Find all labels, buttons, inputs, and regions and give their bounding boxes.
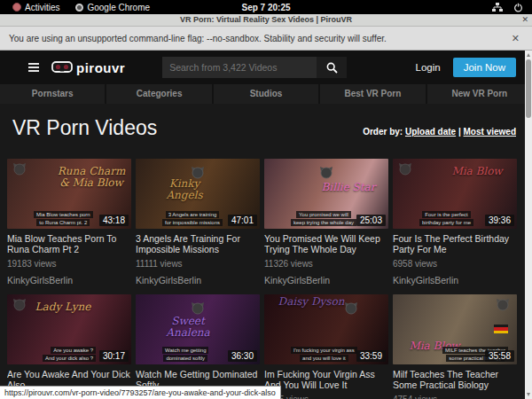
- video-views: 11326 views: [264, 259, 388, 269]
- video-thumbnail[interactable]: Lady Lyne Are you awake ?And your dick a…: [7, 294, 131, 364]
- thumbnail-overlay-text: Kinky Angels: [150, 178, 219, 200]
- search-bar: [162, 57, 347, 78]
- studio-watermark-icon: [344, 301, 358, 316]
- site-logo[interactable]: pirouvr: [51, 60, 125, 75]
- order-upload-date-link[interactable]: Upload date: [405, 127, 456, 137]
- login-link[interactable]: Login: [416, 62, 441, 73]
- thumbnail-overlay-text: Lady Lyne: [28, 301, 98, 313]
- duration-badge: 35:58: [485, 350, 514, 362]
- nav-item-studios[interactable]: Studios: [214, 84, 320, 104]
- duration-badge: 25:03: [356, 215, 386, 226]
- video-studio-link[interactable]: KinkyGirlsBerlin: [393, 275, 517, 286]
- video-thumbnail[interactable]: Runa Charm & Mia Blow Mia Blow teaches p…: [7, 159, 131, 229]
- duration-badge: 33:59: [356, 350, 386, 362]
- gnome-top-bar: Activities Google Chrome Sep 7 20:25: [0, 0, 532, 14]
- thumbnail-caption: Are you awake ?And your dick also ?: [43, 347, 96, 362]
- video-card[interactable]: Daisy Dyson I'm fucking your virgin assa…: [264, 294, 388, 399]
- window-close-icon[interactable]: ✕: [521, 15, 528, 24]
- video-card[interactable]: Runa Charm & Mia Blow Mia Blow teaches p…: [7, 159, 131, 286]
- page-title: VR Porn Videos: [7, 116, 157, 140]
- menu-icon[interactable]: [28, 63, 39, 72]
- search-icon: [326, 62, 338, 74]
- chrome-infobar: You are using an unsupported command-lin…: [0, 27, 532, 51]
- nav-item-categories[interactable]: Categories: [106, 84, 213, 104]
- video-thumbnail[interactable]: Daisy Dyson I'm fucking your virgin assa…: [264, 294, 388, 364]
- studio-watermark-icon: [319, 166, 333, 180]
- studio-watermark-icon: [496, 298, 510, 312]
- studio-watermark-icon: [191, 301, 205, 316]
- order-by-label: Order by:: [363, 127, 403, 137]
- duration-badge: 47:01: [228, 215, 257, 226]
- site-header: pirouvr Login Join Now: [0, 51, 532, 84]
- order-most-viewed-link[interactable]: Most viewed: [464, 127, 516, 137]
- thumbnail-overlay-text: Mia Blow: [442, 166, 512, 177]
- thumbnail-overlay-text: Daisy Dyson: [277, 296, 346, 308]
- tab-title: VR Porn: Virtual Reality Sex Videos | Pi…: [0, 15, 532, 24]
- clock[interactable]: Sep 7 20:25: [0, 3, 532, 12]
- video-card[interactable]: Mia Blow MILF teaches the teachersome pr…: [393, 294, 517, 399]
- duration-badge: 39:36: [485, 215, 514, 226]
- video-views: 11111 views: [136, 259, 260, 269]
- video-title[interactable]: You Promised We Will Keep Trying The Who…: [264, 233, 388, 254]
- power-icon[interactable]: [513, 3, 523, 12]
- studio-watermark-icon: [12, 162, 27, 176]
- page-scrollbar[interactable]: [525, 51, 532, 399]
- thumbnail-caption: Four is the perfectbirthday party for me: [419, 211, 473, 226]
- video-grid: Runa Charm & Mia Blow Mia Blow teaches p…: [7, 159, 525, 399]
- video-thumbnail[interactable]: Mia Blow Four is the perfectbirthday par…: [393, 159, 517, 229]
- order-by: Order by: Upload date | Most viewed: [363, 127, 525, 137]
- video-thumbnail[interactable]: Kinky Angels 3 Angels are trainingfor im…: [136, 159, 260, 229]
- scroll-up-icon[interactable]: [527, 53, 530, 57]
- video-card[interactable]: Mia Blow Four is the perfectbirthday par…: [393, 159, 517, 286]
- german-flag-icon: [494, 325, 508, 333]
- video-title[interactable]: Four Is The Perfect Birthday Party For M…: [393, 233, 517, 254]
- duration-badge: 30:17: [99, 350, 129, 362]
- nav-item-best-vr-porn[interactable]: Best VR Porn: [320, 84, 426, 104]
- screen: Activities Google Chrome Sep 7 20:25 V: [0, 0, 532, 399]
- nav-item-pornstars[interactable]: Pornstars: [0, 84, 106, 104]
- thumbnail-overlay-text: Billie Star: [314, 182, 383, 193]
- video-title[interactable]: Milf Teaches The Teacher Some Practical …: [393, 369, 517, 390]
- video-views: 6958 views: [393, 259, 517, 269]
- video-title[interactable]: 3 Angels Are Training For Impossible Mis…: [136, 233, 260, 254]
- duration-badge: 43:18: [99, 215, 129, 226]
- video-views: 8705 views: [264, 395, 388, 399]
- video-title[interactable]: Mia Blow Teaches Porn To Runa Charm Pt 2: [7, 233, 131, 254]
- thumbnail-caption: You promised we willkeep trying the whol…: [291, 211, 356, 226]
- video-studio-link[interactable]: KinkyGirlsBerlin: [136, 275, 260, 286]
- logo-text: pirouvr: [76, 60, 125, 75]
- video-card[interactable]: Sweet Analena Watch me gettingdominated …: [136, 294, 260, 399]
- status-bar-url: https://pirouvr.com/vr-porn-video/779325…: [0, 386, 281, 399]
- scroll-down-icon[interactable]: [527, 393, 530, 396]
- network-icon[interactable]: [492, 3, 503, 12]
- video-thumbnail[interactable]: Mia Blow MILF teaches the teachersome pr…: [393, 294, 517, 364]
- join-now-button[interactable]: Join Now: [453, 58, 516, 77]
- browser-tab-strip: VR Porn: Virtual Reality Sex Videos | Pi…: [0, 14, 532, 27]
- video-studio-link[interactable]: KinkyGirlsBerlin: [7, 275, 131, 286]
- video-card[interactable]: Lady Lyne Are you awake ?And your dick a…: [7, 294, 131, 399]
- thumbnail-caption: 3 Angels are trainingfor impossible miss…: [162, 211, 223, 226]
- video-card[interactable]: Kinky Angels 3 Angels are trainingfor im…: [136, 159, 260, 286]
- vr-goggles-icon: [51, 61, 73, 74]
- video-views: 19183 views: [7, 259, 131, 269]
- video-card[interactable]: Billie Star You promised we willkeep try…: [264, 159, 388, 286]
- thumbnail-overlay-text: Runa Charm & Mia Blow: [57, 166, 126, 188]
- thumbnail-caption: I'm fucking your virgin assand you will …: [291, 347, 357, 362]
- duration-badge: 36:30: [228, 350, 257, 362]
- video-thumbnail[interactable]: Billie Star You promised we willkeep try…: [264, 159, 388, 229]
- webpage: pirouvr Login Join Now Pornstars Categor…: [0, 51, 532, 399]
- main-nav: Pornstars Categories Studios Best VR Por…: [0, 84, 532, 104]
- video-title[interactable]: Im Fucking Your Virgin Ass And You Will …: [264, 369, 388, 390]
- video-studio-link[interactable]: KinkyGirlsBerlin: [264, 275, 388, 286]
- scrollbar-thumb[interactable]: [526, 59, 531, 118]
- nav-item-new-vr-porn[interactable]: New VR Porn: [427, 84, 532, 104]
- thumbnail-caption: Mia Blow teaches pornto Runa Charm pt. 2: [34, 211, 93, 226]
- thumbnail-caption: Watch me gettingdominated softly: [162, 347, 208, 362]
- search-input[interactable]: [162, 57, 317, 78]
- video-views: 4754 views: [393, 395, 517, 399]
- infobar-close-icon[interactable]: ✕: [512, 33, 532, 44]
- video-thumbnail[interactable]: Sweet Analena Watch me gettingdominated …: [136, 294, 260, 364]
- studio-watermark-icon: [398, 162, 412, 176]
- search-button[interactable]: [317, 57, 347, 78]
- thumbnail-overlay-text: Sweet Analena: [153, 316, 223, 338]
